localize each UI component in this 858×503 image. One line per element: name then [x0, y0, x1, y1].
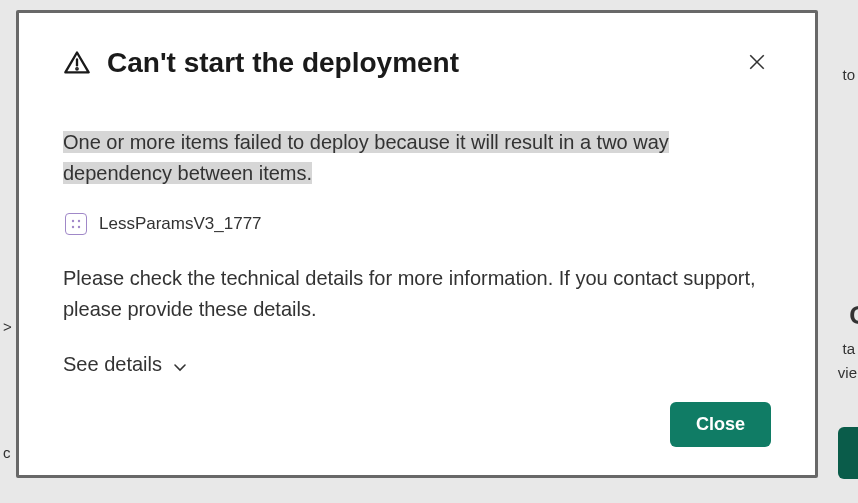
svg-point-1: [76, 68, 77, 69]
bg-button-fragment: [838, 427, 858, 479]
see-details-toggle[interactable]: See details: [63, 353, 771, 376]
dialog-footer: Close: [63, 402, 771, 447]
failed-item-name: LessParamsV3_1777: [99, 214, 262, 234]
error-message: One or more items failed to deploy becau…: [63, 127, 771, 189]
svg-point-6: [72, 226, 74, 228]
close-icon-button[interactable]: [743, 49, 771, 77]
dialog-title-wrap: Can't start the deployment: [63, 47, 459, 79]
bg-text: vie: [838, 364, 857, 381]
svg-point-7: [78, 226, 80, 228]
bg-text: >: [3, 318, 12, 335]
dialog-title: Can't start the deployment: [107, 47, 459, 79]
bg-text: c: [3, 444, 11, 461]
chevron-down-icon: [172, 357, 188, 373]
details-instruction-text: Please check the technical details for m…: [63, 263, 771, 325]
svg-point-5: [78, 220, 80, 222]
bg-text: C: [849, 300, 858, 331]
dialog-header: Can't start the deployment: [63, 47, 771, 79]
close-button[interactable]: Close: [670, 402, 771, 447]
error-message-text: One or more items failed to deploy becau…: [63, 131, 669, 184]
see-details-label: See details: [63, 353, 162, 376]
svg-point-4: [72, 220, 74, 222]
warning-icon: [63, 49, 91, 77]
bg-text: ta: [842, 340, 855, 357]
bg-text: to: [842, 66, 855, 83]
close-icon: [748, 53, 766, 74]
dataset-icon: [65, 213, 87, 235]
failed-item-row: LessParamsV3_1777: [63, 213, 771, 235]
error-dialog: Can't start the deployment One or more i…: [16, 10, 818, 478]
